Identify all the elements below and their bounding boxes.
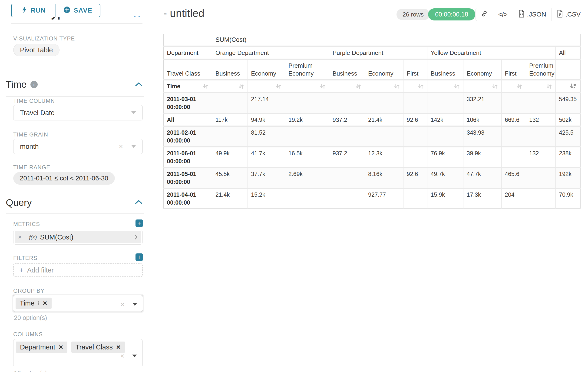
metrics-label: METRICS bbox=[13, 221, 40, 227]
pivot-sort-cell bbox=[526, 80, 556, 93]
time-range-value[interactable]: 2011-01-01 ≤ col < 2011-06-30 bbox=[13, 172, 115, 185]
info-icon[interactable]: i bbox=[38, 300, 39, 307]
pivot-value-cell: 19.2k bbox=[285, 114, 329, 126]
pivot-value-cell bbox=[403, 188, 427, 209]
add-filter-dropzone[interactable]: + Add filter bbox=[13, 263, 143, 277]
time-column-label: TIME COLUMN bbox=[13, 98, 55, 104]
save-button[interactable]: SAVE bbox=[55, 4, 100, 17]
sort-icon[interactable] bbox=[394, 83, 400, 89]
run-save-button-group: RUN SAVE bbox=[11, 4, 100, 17]
metric-name: SUM(Cost) bbox=[40, 234, 73, 241]
export-csv-button[interactable]: .CSV bbox=[551, 8, 586, 21]
remove-chip-icon[interactable]: ✕ bbox=[42, 300, 47, 307]
pivot-value-cell: 15.2k bbox=[248, 188, 285, 209]
pivot-row-header: All bbox=[164, 114, 212, 126]
pivot-value-cell: 204 bbox=[502, 188, 526, 209]
pivot-value-cell: 76.9k bbox=[427, 147, 463, 168]
pivot-value-cell: 2.69k bbox=[285, 168, 329, 188]
pivot-sort-cell bbox=[556, 80, 581, 93]
pivot-column-header: Business bbox=[329, 59, 365, 80]
group-by-options-hint: 20 option(s) bbox=[14, 314, 47, 321]
pivot-column-header: Economy bbox=[365, 59, 403, 80]
control-panel: Chart Type RUN SAVE VISUALIZATION TYPE P… bbox=[0, 0, 148, 372]
panel-resize-handle[interactable] bbox=[134, 16, 140, 17]
pivot-group-header: Yellow Department bbox=[427, 46, 556, 59]
sort-icon[interactable] bbox=[238, 83, 244, 89]
clear-icon[interactable]: × bbox=[120, 300, 125, 308]
chevron-down-icon[interactable] bbox=[132, 355, 137, 357]
export-json-button[interactable]: .JSON bbox=[513, 8, 551, 21]
sort-icon[interactable] bbox=[418, 83, 424, 89]
chevron-right-icon[interactable] bbox=[131, 231, 141, 243]
pivot-column-header: Premium Economy bbox=[526, 59, 556, 80]
pivot-sort-cell bbox=[403, 80, 427, 93]
pivot-value-cell: 37.7k bbox=[248, 168, 285, 188]
sort-icon[interactable] bbox=[546, 83, 552, 89]
clear-icon[interactable]: × bbox=[120, 352, 124, 360]
time-grain-select[interactable]: month × bbox=[13, 139, 143, 154]
remove-metric-icon[interactable]: × bbox=[15, 231, 25, 243]
chevron-up-icon[interactable] bbox=[135, 82, 143, 87]
sort-icon[interactable] bbox=[454, 83, 460, 89]
pivot-row-header: 2011-02-01 00:00:00 bbox=[164, 126, 212, 147]
remove-chip-icon[interactable]: ✕ bbox=[116, 344, 121, 351]
add-metric-button[interactable]: + bbox=[136, 220, 143, 227]
remove-chip-icon[interactable]: ✕ bbox=[59, 344, 63, 351]
sort-icon[interactable] bbox=[516, 83, 523, 89]
chevron-up-icon[interactable] bbox=[135, 200, 143, 205]
columns-chip-department[interactable]: Department ✕ bbox=[16, 341, 67, 353]
pivot-sort-cell bbox=[365, 80, 403, 93]
chevron-down-icon[interactable] bbox=[133, 303, 137, 306]
pivot-value-cell: 332.21 bbox=[463, 93, 502, 114]
divider bbox=[6, 96, 144, 97]
pivot-data-row: 2011-02-01 00:00:0081.52343.98425.5 bbox=[164, 126, 581, 147]
pivot-value-cell bbox=[329, 168, 365, 188]
sort-icon[interactable] bbox=[492, 83, 498, 89]
pivot-value-cell bbox=[502, 147, 526, 168]
sort-icon[interactable] bbox=[276, 83, 282, 89]
sort-icon[interactable] bbox=[320, 83, 326, 89]
pivot-value-cell bbox=[212, 126, 248, 147]
plus-circle-icon bbox=[63, 6, 70, 15]
time-range-label: TIME RANGE bbox=[13, 164, 50, 171]
pivot-value-cell: 238k bbox=[556, 147, 581, 168]
add-filter-button[interactable]: + bbox=[136, 254, 143, 261]
embed-code-button[interactable]: </> bbox=[493, 8, 513, 21]
pivot-value-cell bbox=[329, 188, 365, 209]
chart-title[interactable]: - untitled bbox=[163, 7, 204, 20]
panel-splitter[interactable] bbox=[148, 0, 148, 372]
pivot-value-cell: 49.9k bbox=[212, 147, 248, 168]
superset-explore-view: Chart Type RUN SAVE VISUALIZATION TYPE P… bbox=[0, 0, 588, 372]
csv-file-icon bbox=[557, 10, 563, 19]
clear-icon[interactable]: × bbox=[119, 143, 123, 150]
group-by-select[interactable]: Time i ✕ × bbox=[13, 295, 143, 312]
pivot-data-row: 2011-05-01 00:00:0045.5k37.7k2.69k8.16k9… bbox=[164, 168, 581, 188]
pivot-value-cell: 343.98 bbox=[463, 126, 502, 147]
pivot-corner-cell bbox=[164, 34, 212, 46]
chevron-down-icon bbox=[131, 111, 136, 114]
pivot-data-row: 2011-03-01 00:00:00217.14332.21549.35 bbox=[164, 93, 581, 114]
time-column-select[interactable]: Travel Date bbox=[13, 105, 143, 120]
visualization-type-value[interactable]: Pivot Table bbox=[13, 44, 60, 56]
pivot-value-cell bbox=[329, 93, 365, 114]
columns-select[interactable]: Department ✕ Travel Class ✕ × bbox=[13, 339, 143, 367]
pivot-sort-cell bbox=[248, 80, 285, 93]
menu-button[interactable] bbox=[586, 8, 588, 21]
pivot-value-cell bbox=[365, 126, 403, 147]
pivot-value-cell: 132 bbox=[526, 114, 556, 126]
info-icon[interactable]: i bbox=[31, 81, 38, 88]
pivot-sort-cell bbox=[427, 80, 463, 93]
pivot-column-header: Economy bbox=[463, 59, 502, 80]
group-by-label: GROUP BY bbox=[13, 287, 44, 294]
group-by-chip-time[interactable]: Time i ✕ bbox=[16, 298, 52, 309]
run-button[interactable]: RUN bbox=[12, 4, 55, 17]
columns-chip-travel-class[interactable]: Travel Class ✕ bbox=[71, 341, 125, 353]
sort-desc-icon[interactable] bbox=[570, 83, 577, 89]
sort-icon[interactable] bbox=[203, 83, 209, 89]
pivot-group-header: Orange Department bbox=[212, 46, 329, 59]
sort-icon[interactable] bbox=[355, 83, 361, 89]
time-grain-label: TIME GRAIN bbox=[13, 131, 48, 138]
pivot-value-cell: 217.14 bbox=[248, 93, 285, 114]
pivot-value-cell: 21.4k bbox=[212, 188, 248, 209]
copy-link-button[interactable] bbox=[476, 8, 493, 21]
